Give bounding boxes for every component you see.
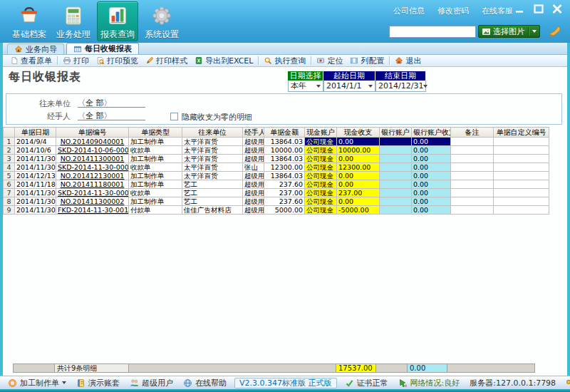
cell-bank_account[interactable] — [380, 155, 412, 163]
doc-link[interactable]: NO.201411180001 — [61, 180, 125, 188]
cell-no[interactable]: 9 — [4, 206, 15, 215]
cell-remark[interactable] — [451, 155, 494, 163]
cell-amount[interactable]: 237.60 — [264, 197, 305, 206]
cell-type[interactable]: 加工制作单 — [129, 180, 182, 189]
status-item-4[interactable]: 在线帮助 — [178, 378, 232, 388]
cell-amount[interactable]: 10000.00 — [264, 146, 305, 155]
cell-date[interactable]: 2014/11/30 — [15, 197, 56, 206]
column-header[interactable]: 单据类型 — [129, 128, 182, 138]
cell-type[interactable]: 加工制作单 — [129, 197, 182, 206]
hide-zero-checkbox[interactable] — [170, 113, 178, 120]
doc-link[interactable]: NO.201411300002 — [61, 197, 125, 205]
cell-cash_account[interactable]: 公司现金 — [305, 163, 337, 172]
cell-type[interactable]: 收款单 — [129, 189, 182, 197]
cell-no[interactable]: 2 — [4, 146, 15, 155]
cell-custom_no[interactable] — [494, 163, 549, 172]
cell-bank_flow[interactable]: 0.00 — [412, 180, 451, 189]
cell-cash_account[interactable]: 公司现金 — [305, 206, 337, 215]
status-item-7[interactable]: 4网络情况:良好 — [393, 378, 465, 388]
cell-date[interactable]: 2014/11/30 — [15, 206, 56, 215]
chevron-down-icon[interactable] — [62, 381, 66, 384]
cell-handler[interactable]: 超级用户 — [243, 206, 264, 215]
cell-custom_no[interactable] — [494, 172, 549, 180]
cell-bank_account[interactable] — [380, 197, 412, 206]
cell-unit[interactable]: 太平洋百货 — [182, 172, 243, 180]
cell-handler[interactable]: 超级用户 — [243, 180, 264, 189]
start-date-dropdown[interactable]: 2014/1/1 — [323, 81, 375, 92]
cell-doc_no[interactable]: SKD-2014-10-06-0001 — [56, 146, 129, 155]
notification-horn-icon[interactable] — [547, 24, 561, 38]
cell-cash_account[interactable]: 公司现金 — [305, 172, 337, 180]
cell-no[interactable]: 4 — [4, 163, 15, 172]
toolbar-button-6[interactable]: 执行查询 — [260, 56, 309, 66]
cell-cash_flow[interactable]: 10000.00 — [337, 146, 380, 155]
cell-cash_account[interactable]: 公司现金 — [305, 197, 337, 206]
cell-no[interactable]: 5 — [4, 172, 15, 180]
status-item-3[interactable]: 超级用户 — [125, 378, 178, 388]
image-path-input[interactable] — [389, 26, 476, 38]
cell-cash_flow[interactable]: 12300.00 — [337, 163, 380, 172]
status-item-1[interactable]: 加工制作单 — [3, 378, 71, 388]
cell-date[interactable]: 2014/11/30 — [15, 155, 56, 163]
cell-type[interactable]: 付款单 — [129, 206, 182, 215]
cell-doc_no[interactable]: NO.201411300001 — [56, 155, 129, 163]
cell-type[interactable]: 加工制作单 — [129, 172, 182, 180]
cell-no[interactable]: 6 — [4, 180, 15, 189]
cell-bank_account[interactable] — [380, 189, 412, 197]
cell-cash_account[interactable]: 公司现金 — [305, 138, 337, 146]
cell-bank_flow[interactable]: 0.00 — [412, 155, 451, 163]
column-header[interactable]: 备注 — [451, 128, 494, 138]
cell-unit[interactable]: 佳佳广告材料店 — [182, 206, 243, 215]
status-item-9[interactable]: 锁 屏 — [561, 378, 570, 388]
cell-bank_account[interactable] — [380, 146, 412, 155]
cell-no[interactable]: 7 — [4, 189, 15, 197]
cell-remark[interactable] — [451, 172, 494, 180]
column-header[interactable]: 单据金额 — [264, 128, 305, 138]
cell-bank_flow[interactable]: 0.00 — [412, 172, 451, 180]
status-item-5[interactable]: V2.3.0.347标准版 正式版 — [234, 378, 337, 388]
end-date-dropdown[interactable]: 2014/12/31 — [375, 81, 426, 92]
cell-handler[interactable]: 张山 — [243, 163, 264, 172]
cell-remark[interactable] — [451, 189, 494, 197]
cell-unit[interactable]: 太平洋百货 — [182, 138, 243, 146]
cell-unit[interactable]: 艺工 — [182, 180, 243, 189]
cell-remark[interactable] — [451, 163, 494, 172]
cell-date[interactable]: 2014/11/18 — [15, 180, 56, 189]
toolbar-button-1[interactable]: 查看原单 — [6, 56, 56, 66]
cell-date[interactable]: 2014/11/30 — [15, 189, 56, 197]
cell-handler[interactable]: 超级用户 — [243, 172, 264, 180]
cell-date[interactable]: 2014/12/13 — [15, 172, 56, 180]
cell-unit[interactable]: 艺工 — [182, 189, 243, 197]
cell-bank_flow[interactable]: 0.00 — [412, 206, 451, 215]
cell-cash_flow[interactable]: 0.00 — [337, 180, 380, 189]
cell-cash_flow[interactable]: 0.00 — [337, 138, 380, 146]
tab-business-wizard[interactable]: 业务向导 — [7, 43, 64, 54]
status-item-6[interactable]: 证书正常 — [340, 378, 393, 388]
maximize-button[interactable] — [533, 4, 544, 14]
cell-unit[interactable]: 太平洋百货 — [182, 155, 243, 163]
cell-doc_no[interactable]: SKD-2014-11-30-0001 — [56, 189, 129, 197]
titlebar-link-3[interactable]: 在线客服 — [482, 6, 513, 16]
cell-no[interactable]: 8 — [4, 197, 15, 206]
doc-link[interactable]: SKD-2014-11-30-0001 — [58, 189, 129, 197]
column-header[interactable]: 银行账户 — [380, 128, 412, 138]
cell-doc_no[interactable]: NO.201411180001 — [56, 180, 129, 189]
cell-date[interactable]: 2014/9/4 — [15, 138, 56, 146]
select-image-button[interactable]: 选择图片 — [478, 25, 540, 38]
cell-type[interactable]: 加工制作单 — [129, 138, 182, 146]
cell-cash_account[interactable]: 公司现金 — [305, 189, 337, 197]
toolbar-button-4[interactable]: 打印样式 — [142, 56, 191, 66]
cell-cash_flow[interactable]: 0.00 — [337, 172, 380, 180]
cell-bank_flow[interactable]: 0.00 — [412, 146, 451, 155]
cell-cash_flow[interactable]: -5000.00 — [337, 206, 380, 215]
cell-amount[interactable]: 13864.03 — [264, 155, 305, 163]
cell-doc_no[interactable]: SKD-2014-11-30-0002 — [56, 163, 129, 172]
cell-type[interactable]: 收款单 — [129, 146, 182, 155]
cell-amount[interactable]: 13864.03 — [264, 172, 305, 180]
toolbar-button-3[interactable]: 打印预览 — [93, 56, 142, 66]
date-select-dropdown[interactable]: 本年 — [288, 81, 323, 92]
toolbar-button-2[interactable]: 打印 — [59, 56, 93, 66]
cell-custom_no[interactable] — [494, 155, 549, 163]
cell-bank_flow[interactable]: 0.00 — [412, 138, 451, 146]
doc-link[interactable]: SKD-2014-10-06-0001 — [58, 146, 129, 154]
